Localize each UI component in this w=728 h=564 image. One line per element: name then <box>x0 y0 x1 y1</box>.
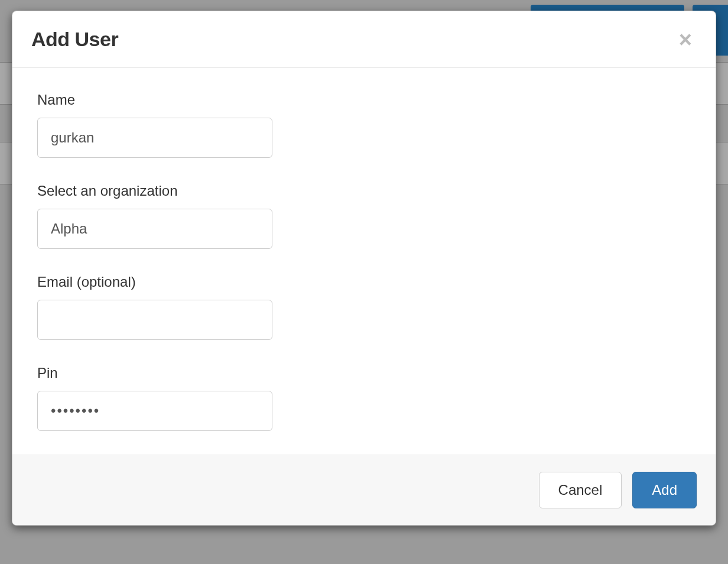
email-label: Email (optional) <box>37 274 691 290</box>
modal-overlay: Add User × Name Select an organization A… <box>0 0 728 564</box>
name-input[interactable] <box>37 118 272 158</box>
email-input[interactable] <box>37 300 272 340</box>
email-form-group: Email (optional) <box>37 274 691 340</box>
add-button[interactable]: Add <box>632 472 697 508</box>
modal-header: Add User × <box>12 11 716 68</box>
name-label: Name <box>37 92 691 108</box>
name-form-group: Name <box>37 92 691 158</box>
organization-label: Select an organization <box>37 183 691 199</box>
cancel-button[interactable]: Cancel <box>539 472 622 508</box>
modal-title: Add User <box>31 28 118 51</box>
add-user-modal: Add User × Name Select an organization A… <box>12 11 716 526</box>
close-button[interactable]: × <box>674 28 697 51</box>
organization-selected-value: Alpha <box>51 221 87 237</box>
pin-form-group: Pin <box>37 365 691 431</box>
organization-select[interactable]: Alpha <box>37 209 272 249</box>
modal-footer: Cancel Add <box>12 455 716 525</box>
modal-body: Name Select an organization Alpha Email … <box>12 68 716 455</box>
organization-form-group: Select an organization Alpha <box>37 183 691 249</box>
pin-input[interactable] <box>37 391 272 431</box>
pin-label: Pin <box>37 365 691 381</box>
close-icon: × <box>679 27 692 52</box>
